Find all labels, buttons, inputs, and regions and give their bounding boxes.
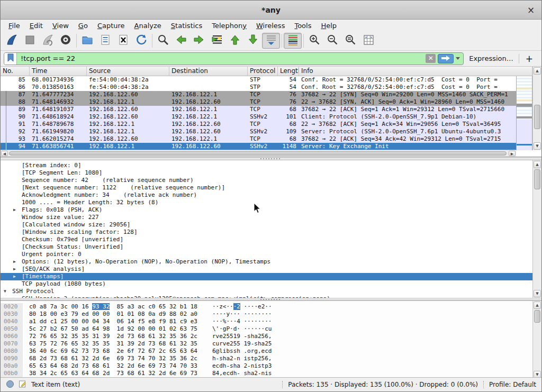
scrollbar-thumb[interactable] [9, 151, 507, 156]
detail-row[interactable]: ▶ Options: (12 bytes), No-Operation (NOP… [1, 258, 532, 266]
column-header-info[interactable]: Info [299, 67, 532, 76]
expander-triangle-icon[interactable] [13, 162, 22, 169]
packet-row[interactable]: 87 71.647777234 192.168.122.60 192.168.1… [1, 91, 516, 98]
detail-row[interactable]: ▶ Flags: 0x018 (PSH, ACK) [1, 206, 532, 214]
expander-triangle-icon[interactable]: ▶ [13, 273, 22, 280]
first-packet-button[interactable] [226, 33, 244, 49]
resize-columns-button[interactable] [359, 33, 377, 49]
column-header-time[interactable]: Time [30, 67, 87, 76]
filter-clear-button[interactable]: ✕ [426, 54, 436, 63]
detail-row[interactable]: TCP payload (1080 bytes) [1, 280, 532, 288]
reload-file-button[interactable] [132, 33, 150, 49]
last-packet-button[interactable] [244, 33, 262, 49]
scroll-up-arrow[interactable]: ▲ [534, 161, 541, 168]
scroll-up-arrow[interactable]: ▲ [534, 302, 541, 309]
filter-input[interactable]: !tcp.port == 22 [17, 54, 426, 62]
menu-item[interactable]: Edit [25, 21, 48, 31]
add-filter-button[interactable]: + [519, 53, 538, 64]
display-filter-field[interactable]: !tcp.port == 22 ✕ [4, 52, 464, 65]
zoom-out-button[interactable] [323, 33, 341, 49]
expander-triangle-icon[interactable] [13, 177, 22, 184]
detail-row[interactable]: 1000 .... = Header Length: 32 bytes (8) [1, 199, 532, 206]
packet-row[interactable]: 85 68.001734936 fe:54:00:d4:38:2a STP 54… [1, 76, 516, 84]
save-file-button[interactable] [96, 33, 114, 49]
scroll-down-arrow[interactable]: ▼ [534, 142, 541, 150]
detail-row[interactable]: Sequence number: 42 (relative sequence n… [1, 177, 532, 184]
menu-item[interactable]: View [48, 21, 74, 31]
hex-row[interactable]: 0040 a1 dd c1 25 00 00 04 34 06 14 f5 e8… [1, 318, 532, 325]
expander-triangle-icon[interactable] [13, 251, 22, 258]
detail-row[interactable]: Window size value: 227 [1, 214, 532, 221]
packet-row[interactable]: 91 71.648789678 192.168.122.1 192.168.12… [1, 121, 516, 128]
title-bar[interactable]: *any × [1, 1, 541, 20]
hex-row[interactable]: 00b0 38 34 2c 65 63 64 68 2d 73 68 61 32… [1, 370, 532, 377]
packet-list-vertical-scrollbar[interactable]: ▲ ▼ [532, 67, 541, 150]
detail-row[interactable]: ▼ SSH Protocol [1, 288, 532, 295]
hex-row[interactable]: 0080 36 40 6c 69 62 73 73 68 2e 6f 72 67… [1, 348, 532, 355]
scrollbar-thumb[interactable] [534, 169, 540, 189]
expander-triangle-icon[interactable] [13, 169, 22, 177]
restart-capture-button[interactable] [39, 33, 57, 49]
expression-button[interactable]: Expression… [464, 54, 519, 62]
next-packet-button[interactable] [190, 33, 208, 49]
expander-triangle-icon[interactable]: ▶ [13, 258, 22, 266]
expander-triangle-icon[interactable] [13, 229, 22, 236]
menu-item[interactable]: Tools [290, 21, 316, 31]
capture-options-button[interactable] [57, 33, 75, 49]
expander-triangle-icon[interactable] [13, 243, 22, 251]
packet-list-horizontal-scrollbar[interactable]: ◀ ▶ [1, 150, 516, 157]
hex-row[interactable]: 0070 63 75 72 76 65 32 35 35 31 39 2d 73… [1, 340, 532, 348]
expander-triangle-icon[interactable]: ▶ [13, 266, 22, 273]
expander-triangle-icon[interactable] [13, 192, 22, 199]
detail-row[interactable]: [Checksum Status: Unverified] [1, 243, 532, 251]
detail-row[interactable]: [Window size scaling factor: 128] [1, 229, 532, 236]
packet-row[interactable]: 86 70.013850163 fe:54:00:d4:38:2a STP 54… [1, 84, 516, 91]
packet-row[interactable]: 92 71.661949820 192.168.122.1 192.168.12… [1, 128, 516, 135]
detail-row[interactable]: [Next sequence number: 1122 (relative se… [1, 184, 532, 192]
hex-row[interactable]: 0020 c0 a8 7a 3c 00 16 93 32 85 a3 ac c0… [1, 303, 532, 311]
scrollbar-thumb[interactable] [534, 310, 540, 323]
previous-packet-button[interactable] [172, 33, 190, 49]
packet-row[interactable]: 88 71.648146932 192.168.122.1 192.168.12… [1, 98, 516, 106]
expander-triangle-icon[interactable] [13, 199, 22, 206]
filter-history-caret[interactable] [456, 57, 460, 60]
capture-comment-icon[interactable] [19, 380, 27, 390]
start-capture-button[interactable] [3, 33, 21, 49]
expander-triangle-icon[interactable]: ▶ [13, 206, 22, 214]
filter-bookmark-button[interactable] [4, 53, 17, 65]
menu-item[interactable]: Analyze [130, 21, 166, 31]
filter-apply-button[interactable] [438, 54, 454, 63]
detail-row[interactable]: [TCP Segment Len: 1080] [1, 169, 532, 177]
scroll-right-arrow[interactable]: ▶ [509, 151, 516, 156]
profile-status[interactable]: Profile: Default [489, 381, 536, 388]
expander-triangle-icon[interactable] [13, 214, 22, 221]
zoom-reset-button[interactable] [341, 33, 359, 49]
expander-triangle-icon[interactable] [13, 280, 22, 288]
detail-row[interactable]: ▶ [SEQ/ACK analysis] [1, 266, 532, 273]
intelligent-scrollbar-minimap[interactable] [516, 76, 532, 150]
hex-row[interactable]: 0060 72 76 65 32 35 35 31 39 2d 73 68 61… [1, 333, 532, 340]
scrollbar-thumb[interactable] [534, 105, 540, 129]
menu-item[interactable]: Capture [93, 21, 130, 31]
hex-row[interactable]: 0030 80 18 00 e3 79 ed 00 00 01 01 08 0a… [1, 311, 532, 318]
menu-item[interactable]: Statistics [166, 21, 207, 31]
detail-row[interactable]: [Calculated window size: 29056] [1, 221, 532, 229]
colorize-toggle-button[interactable] [284, 33, 302, 49]
hex-row[interactable]: 0090 68 2d 73 68 61 32 2d 6e 69 73 74 70… [1, 355, 532, 362]
details-vertical-scrollbar[interactable]: ▲ ▼ [532, 160, 541, 298]
detail-row[interactable]: [Stream index: 0] [1, 162, 532, 169]
menu-item[interactable]: File [4, 21, 25, 31]
scroll-left-arrow[interactable]: ◀ [1, 151, 8, 156]
scroll-up-arrow[interactable]: ▲ [534, 67, 541, 75]
menu-item[interactable]: Wireless [251, 21, 290, 31]
hex-row[interactable]: 00a0 65 63 64 68 2d 73 68 61 32 2d 6e 69… [1, 362, 532, 370]
open-file-button[interactable] [78, 33, 96, 49]
expander-triangle-icon[interactable] [13, 236, 22, 243]
zoom-in-button[interactable] [305, 33, 323, 49]
detail-row[interactable]: ▶ [Timestamps] [1, 273, 532, 280]
goto-packet-button[interactable] [208, 33, 226, 49]
menu-item[interactable]: Go [74, 21, 93, 31]
expander-triangle-icon[interactable] [13, 184, 22, 192]
column-header-destination[interactable]: Destination [169, 67, 248, 76]
packet-row[interactable]: 93 71.662015274 192.168.122.60 192.168.1… [1, 135, 516, 143]
